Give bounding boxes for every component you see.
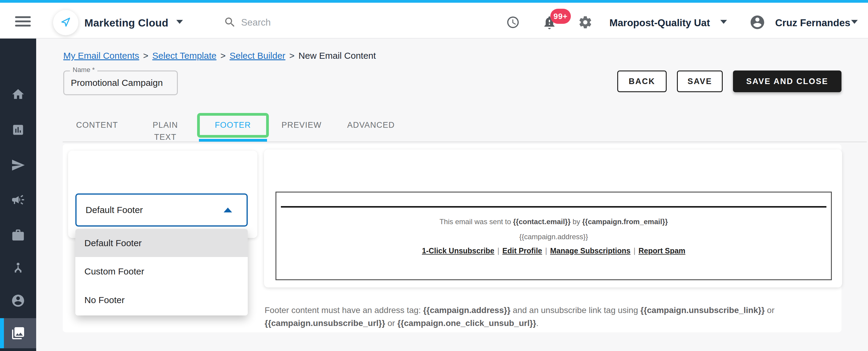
tab-plain-text[interactable]: PLAIN TEXT [141, 119, 190, 131]
link-separator: | [497, 247, 499, 255]
sent-line-text: by [570, 218, 582, 226]
footer-select-value: Default Footer [76, 205, 143, 215]
sidebar-item-jobs[interactable] [0, 220, 36, 250]
active-tab-indicator [199, 139, 267, 141]
tab-advanced[interactable]: ADVANCED [347, 119, 393, 131]
user-menu[interactable]: Cruz Fernandes [775, 16, 850, 30]
selected-accent-bar [0, 318, 4, 348]
sent-line-text: This email was sent to [439, 218, 513, 226]
tab-content[interactable]: CONTENT [76, 119, 118, 131]
from-email-tag: {{campaign.from_email}} [582, 218, 668, 226]
name-input-label: Name * [70, 66, 97, 74]
sidebar-item-analytics[interactable] [0, 115, 36, 145]
footer-requirements-note: Footer content must have an address tag:… [265, 304, 795, 329]
sidebar-item-send[interactable] [0, 150, 36, 180]
history-clock-icon[interactable] [506, 15, 520, 30]
edit-profile-link[interactable]: Edit Profile [502, 247, 542, 255]
preview-links-line: 1-Click Unsubscribe|Edit Profile|Manage … [276, 247, 832, 255]
save-button[interactable]: SAVE [677, 70, 723, 92]
brand-logo[interactable] [53, 10, 79, 35]
contact-email-tag: {{contact.email}} [513, 218, 570, 226]
manage-subscriptions-link[interactable]: Manage Subscriptions [550, 247, 630, 255]
product-name[interactable]: Marketing Cloud [84, 16, 168, 30]
link-separator: | [633, 247, 636, 255]
breadcrumb: My Email Contents>Select Template>Select… [63, 50, 376, 62]
content-library-icon [11, 326, 25, 341]
annotation-highlight-box [197, 113, 269, 138]
contacts-person-icon [11, 293, 25, 308]
chevron-up-icon [224, 208, 232, 213]
unsubscribe-url-tag: {{campaign.unsubscribe_url}} [265, 318, 385, 328]
breadcrumb-separator: > [143, 51, 149, 61]
left-sidebar [0, 38, 36, 351]
preview-divider-rule [281, 206, 827, 208]
send-icon [11, 158, 25, 172]
user-chevron-down-icon[interactable] [851, 20, 858, 24]
send-logo-icon [59, 15, 72, 30]
breadcrumb-current: New Email Content [299, 51, 376, 61]
sidebar-item-home[interactable] [0, 79, 36, 109]
report-spam-link[interactable]: Report Spam [638, 247, 685, 255]
note-text: Footer content must have an address tag: [265, 306, 423, 315]
home-icon [11, 87, 25, 101]
footer-select[interactable]: Default Footer [75, 193, 248, 227]
note-text: and an unsubscribe link tag using [510, 306, 641, 315]
breadcrumb-separator: > [289, 51, 295, 61]
dropdown-option-default-footer[interactable]: Default Footer [75, 229, 248, 257]
unsubscribe-link-tag: {{campaign.unsubscribe_link}} [641, 306, 765, 315]
search-input[interactable] [241, 15, 435, 30]
note-text: . [536, 318, 538, 328]
preview-sent-line: This email was sent to {{contact.email}}… [276, 218, 832, 226]
account-chevron-down-icon[interactable] [720, 20, 727, 24]
top-accent-strip [0, 0, 868, 3]
campaigns-icon [11, 193, 25, 207]
sidebar-item-content-library[interactable] [0, 318, 36, 348]
footer-select-dropdown: Default Footer Custom Footer No Footer [75, 229, 248, 315]
preview-address-line: {{campaign.address}} [276, 232, 832, 241]
sidebar-item-contacts[interactable] [0, 286, 36, 316]
unsubscribe-link[interactable]: 1-Click Unsubscribe [422, 247, 494, 255]
product-chevron-down-icon[interactable] [176, 20, 183, 24]
link-separator: | [545, 247, 547, 255]
sidebar-item-automation[interactable] [0, 253, 36, 284]
briefcase-icon [11, 228, 25, 242]
breadcrumb-separator: > [220, 51, 226, 61]
back-button[interactable]: BACK [617, 70, 667, 92]
automation-split-icon [11, 261, 25, 276]
hamburger-menu-icon[interactable] [15, 16, 31, 29]
tab-preview[interactable]: PREVIEW [281, 119, 321, 131]
account-selector[interactable]: Maropost-Quality Uat [610, 16, 710, 30]
one-click-unsub-tag: {{campaign.one_click_unsub_url}} [397, 318, 536, 328]
breadcrumb-link-my-email-contents[interactable]: My Email Contents [63, 51, 139, 61]
address-tag: {{campaign.address}} [423, 306, 510, 315]
breadcrumb-link-select-builder[interactable]: Select Builder [230, 51, 285, 61]
breadcrumb-link-select-template[interactable]: Select Template [152, 51, 216, 61]
top-header-bar: Marketing Cloud 99+ Maropost-Quality Uat… [0, 3, 868, 38]
tabs-divider-line [63, 141, 867, 142]
sidebar-item-campaigns[interactable] [0, 185, 36, 215]
notification-count-badge: 99+ [550, 9, 571, 24]
note-text: or [765, 306, 775, 315]
analytics-icon [11, 123, 25, 136]
name-input[interactable] [63, 70, 178, 95]
dropdown-option-no-footer[interactable]: No Footer [75, 286, 248, 314]
settings-gear-icon[interactable] [578, 15, 592, 31]
dropdown-option-custom-footer[interactable]: Custom Footer [75, 257, 248, 286]
app-root: Marketing Cloud 99+ Maropost-Quality Uat… [0, 0, 868, 351]
user-avatar-icon[interactable] [749, 14, 766, 32]
save-and-close-button[interactable]: SAVE AND CLOSE [733, 70, 841, 92]
search-icon [224, 16, 236, 30]
note-text: or [385, 318, 397, 328]
